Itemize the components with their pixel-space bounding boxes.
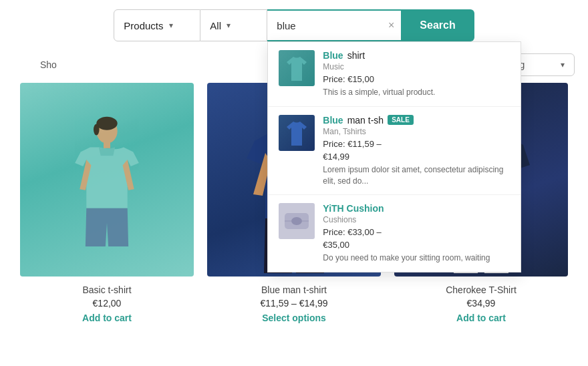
product-basic-tshirt-name: Basic t-shirt [82, 285, 131, 295]
all-dropdown[interactable]: All ▾ [200, 9, 267, 41]
suggestion-cushion-info: YiTH Cushion Cushions Price: €33,00 – €3… [323, 203, 510, 264]
sort-chevron-icon: ▾ [561, 60, 565, 69]
search-wrapper: × Blue shirt Music Price: €1 [267, 9, 401, 41]
product-blue-man-tshirt-price: €11,59 – €14,99 [260, 298, 327, 309]
all-chevron-icon: ▾ [227, 21, 231, 30]
suggestion-blue-shirt-info: Blue shirt Music Price: €15,00 This is a… [323, 50, 510, 98]
svg-point-5 [96, 117, 117, 130]
suggestion-blue-man-title: Blue man t-sh sale [323, 115, 510, 126]
header: Products ▾ All ▾ × [0, 0, 588, 51]
suggestion-cushion-price2: €35,00 [323, 240, 510, 250]
search-button[interactable]: Search [401, 9, 474, 41]
suggestion-blue-man-thumb [279, 115, 315, 151]
suggestion-cushion-desc: Do you need to make your sitting room, w… [323, 252, 510, 264]
suggestion-blue-shirt-category: Music [323, 62, 510, 71]
all-label: All [210, 20, 221, 31]
search-input[interactable] [267, 9, 401, 41]
suggestion-cushion-title: YiTH Cushion [323, 203, 510, 214]
product-cherokee-tshirt-name: Cherokee T-Shirt [446, 285, 517, 295]
product-blue-man-tshirt-name: Blue man t-shirt [261, 285, 327, 295]
svg-point-6 [94, 124, 100, 135]
suggestion-blue-man-info: Blue man t-sh sale Man, Tshirts Price: €… [323, 115, 510, 187]
search-suggestions-dropdown: Blue shirt Music Price: €15,00 This is a… [267, 41, 521, 272]
svg-point-1 [291, 217, 302, 225]
suggestion-cushion-thumb [279, 203, 315, 239]
suggestion-blue-man-desc: Lorem ipsum dolor sit amet, consectetur … [323, 164, 510, 187]
products-chevron-icon: ▾ [169, 21, 173, 30]
tshirt-basic-bg [20, 83, 194, 277]
suggestion-blue-shirt-desc: This is a simple, virtual product. [323, 87, 510, 98]
products-label: Products [124, 20, 163, 31]
suggestion-blue-shirt-price: Price: €15,00 [323, 74, 510, 84]
search-clear-button[interactable]: × [388, 19, 394, 31]
suggestion-cushion[interactable]: YiTH Cushion Cushions Price: €33,00 – €3… [268, 195, 521, 272]
product-basic-tshirt-action[interactable]: Add to cart [82, 313, 132, 323]
product-cherokee-tshirt-price: €34,99 [467, 298, 496, 309]
svg-rect-7 [104, 142, 110, 148]
suggestion-blue-man-category: Man, Tshirts [323, 127, 510, 136]
suggestion-blue-shirt[interactable]: Blue shirt Music Price: €15,00 This is a… [268, 42, 521, 107]
product-cherokee-tshirt-action[interactable]: Add to cart [456, 313, 506, 323]
suggestion-blue-man-price2: €14,99 [323, 152, 510, 162]
suggestion-cushion-price: Price: €33,00 – [323, 227, 510, 237]
suggestion-blue-man[interactable]: Blue man t-sh sale Man, Tshirts Price: €… [268, 107, 521, 196]
page-container: Products ▾ All ▾ × [0, 0, 588, 334]
product-basic-tshirt-price: €12,00 [93, 298, 122, 309]
suggestion-blue-man-price: Price: €11,59 – [323, 139, 510, 149]
product-basic-tshirt-image [20, 83, 194, 277]
products-dropdown[interactable]: Products ▾ [114, 9, 200, 41]
product-blue-man-tshirt-action[interactable]: Select options [262, 313, 326, 323]
suggestion-cushion-category: Cushions [323, 215, 510, 224]
product-basic-tshirt: Basic t-shirt €12,00 Add to cart [13, 83, 200, 334]
suggestion-blue-shirt-title: Blue shirt [323, 50, 510, 61]
suggestion-blue-shirt-thumb [279, 50, 315, 86]
blue-man-sale-badge: sale [388, 115, 414, 125]
